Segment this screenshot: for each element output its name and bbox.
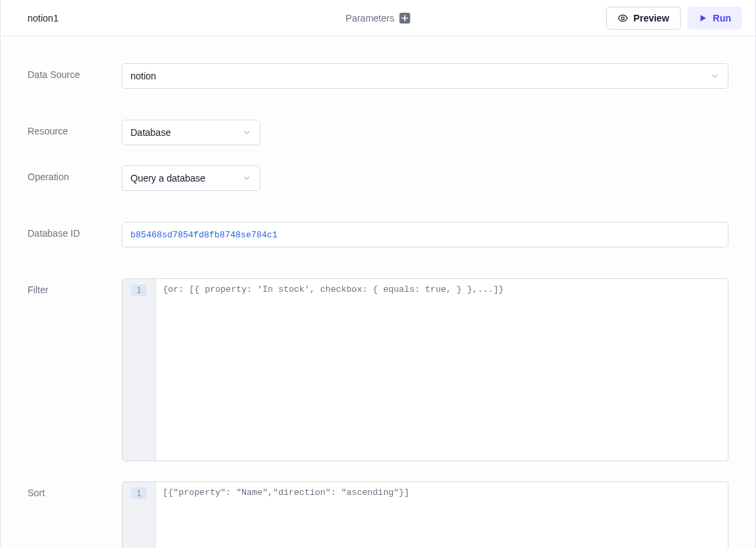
chevron-down-icon — [242, 128, 252, 137]
svg-point-0 — [621, 17, 624, 19]
play-icon — [698, 13, 708, 23]
sort-code-editor[interactable]: 1 [{"property": "Name","direction": "asc… — [122, 481, 728, 548]
label-database-id: Database ID — [28, 222, 122, 239]
chevron-down-icon — [710, 71, 720, 81]
label-resource: Resource — [28, 120, 122, 136]
filter-code-content[interactable]: {or: [{ property: 'In stock', checkbox: … — [156, 279, 728, 461]
chevron-down-icon — [242, 173, 252, 183]
label-operation: Operation — [28, 165, 122, 182]
label-data-source: Data Source — [28, 63, 122, 80]
eye-icon — [617, 13, 628, 24]
topbar: notion1 Parameters Preview Run — [1, 0, 755, 36]
parameters-label: Parameters — [346, 13, 394, 24]
gutter-line-number: 1 — [131, 284, 147, 296]
operation-value: Query a database — [130, 173, 205, 184]
resource-select[interactable]: Database — [122, 120, 260, 145]
data-source-value: notion — [130, 71, 156, 81]
resource-value: Database — [130, 127, 171, 138]
tab-parameters[interactable]: Parameters — [346, 13, 410, 24]
data-source-select[interactable]: notion — [122, 63, 728, 89]
sort-code-content[interactable]: [{"property": "Name","direction": "ascen… — [156, 482, 728, 548]
run-label: Run — [713, 13, 731, 24]
label-sort: Sort — [28, 481, 122, 498]
page-title: notion1 — [28, 13, 59, 24]
database-id-input[interactable] — [122, 222, 728, 247]
gutter-line-number: 1 — [131, 487, 147, 499]
code-gutter: 1 — [122, 279, 156, 461]
run-button[interactable]: Run — [687, 7, 742, 30]
operation-select[interactable]: Query a database — [122, 165, 260, 191]
preview-label: Preview — [634, 13, 669, 24]
preview-button[interactable]: Preview — [606, 7, 681, 30]
add-parameter-icon[interactable] — [400, 13, 410, 24]
filter-code-editor[interactable]: 1 {or: [{ property: 'In stock', checkbox… — [122, 278, 728, 461]
form-panel: Data Source notion Resource Database — [1, 36, 755, 548]
label-filter: Filter — [28, 278, 122, 295]
code-gutter: 1 — [122, 482, 156, 548]
